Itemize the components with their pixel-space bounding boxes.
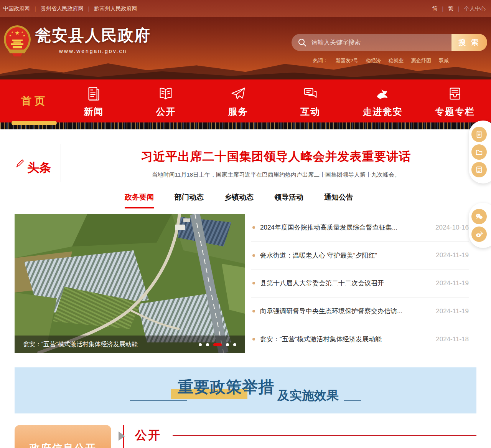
report-icon[interactable] [471, 162, 487, 177]
news-list: 2024年度国务院推动高质量发展综合督查征集... 2024-10-16 瓮水街… [251, 214, 476, 353]
separator: ｜ [86, 5, 92, 12]
arrow-right-icon [119, 431, 125, 441]
main-nav: 首页 新闻 公开 服务 互动 走进瓮安 专题专栏 [0, 79, 491, 122]
site-logo[interactable]: ★ ★ ★ ★ ★ 瓮安县人民政府 www.wengan.gov.cn [3, 25, 151, 56]
bullet-dot [252, 226, 255, 229]
carousel-caption-text: 瓮安：“五营”模式激活村集体经济发展动能 [23, 341, 138, 349]
photo-carousel[interactable]: 瓮安：“五营”模式激活村集体经济发展动能 [15, 214, 245, 353]
news-title: 2024年度国务院推动高质量发展综合督查征集... [260, 223, 431, 232]
open-section-heading: 公开 [135, 427, 161, 443]
headline-title[interactable]: 习近平出席二十国集团领导人峰会并发表重要讲话 [61, 149, 491, 165]
lang-simplified[interactable]: 简 [432, 5, 438, 12]
news-title: 县第十八届人大常委会第二十二次会议召开 [260, 279, 431, 288]
search-input[interactable] [307, 34, 451, 51]
site-title: 瓮安县人民政府 [35, 25, 151, 46]
carousel-dot-1[interactable] [199, 343, 202, 346]
hotword[interactable]: 稳就业 [389, 57, 404, 64]
nav-label: 走进瓮安 [362, 106, 402, 118]
chat-bubbles-icon [302, 85, 319, 102]
open-section: 政府信息公开 公开 [15, 425, 476, 448]
nav-home-label: 首页 [21, 94, 48, 108]
floating-social-panel [469, 203, 491, 248]
nav-item-news[interactable]: 新闻 [58, 79, 130, 122]
link-qiannan-gov[interactable]: 黔南州人民政府网 [94, 5, 137, 12]
weibo-icon[interactable] [471, 226, 487, 242]
nav-label: 互动 [300, 106, 320, 118]
paper-plane-icon [229, 85, 247, 102]
news-tabs: 政务要闻 部门动态 乡镇动态 领导活动 通知公告 [125, 192, 491, 208]
active-nav-underline [12, 121, 57, 125]
headline-subtitle: 当地时间11月18日上午，国家主席习近平在巴西里约热内卢出席二十国集团领导人第十… [61, 171, 491, 179]
news-date: 2024-11-19 [436, 279, 469, 287]
nav-item-services[interactable]: 服务 [202, 79, 274, 122]
tab-township-news[interactable]: 乡镇动态 [224, 192, 254, 208]
news-date: 2024-11-19 [436, 251, 469, 259]
news-row[interactable]: 向承强调研督导中央生态环境保护督察交办信访... 2024-11-19 [251, 298, 469, 326]
news-title: 瓮安：“五营”模式激活村集体经济发展动能 [260, 335, 431, 344]
bullet-dot [252, 254, 255, 257]
pen-icon [15, 158, 25, 170]
hotword[interactable]: 惠企纾困 [411, 57, 431, 64]
top-utility-bar: 中国政府网 ｜ 贵州省人民政府网 ｜ 黔南州人民政府网 简 ｜ 繁 ｜ 个人中心 [0, 0, 491, 17]
svg-text:★: ★ [9, 34, 12, 37]
banner-title-sub: 及实施效果 [277, 387, 339, 404]
headline-section: 头条 习近平出席二十国集团领导人峰会并发表重要讲话 当地时间11月18日上午，国… [0, 129, 491, 182]
search-icon [298, 38, 307, 47]
svg-text:★: ★ [21, 31, 23, 33]
carousel-dots [199, 343, 236, 346]
search-button[interactable]: 搜 索 [451, 34, 487, 51]
news-row[interactable]: 2024年度国务院推动高质量发展综合督查征集... 2024-10-16 [251, 214, 469, 242]
news-date: 2024-10-16 [435, 224, 469, 231]
nav-item-about-wengan[interactable]: 走进瓮安 [346, 79, 419, 122]
tab-notices[interactable]: 通知公告 [324, 192, 353, 208]
link-china-gov[interactable]: 中国政府网 [3, 5, 30, 12]
lang-traditional[interactable]: 繁 [448, 5, 453, 12]
national-emblem-icon: ★ ★ ★ ★ ★ [3, 25, 31, 56]
bird-icon [374, 85, 391, 102]
nav-label: 公开 [156, 106, 176, 118]
nav-item-interaction[interactable]: 互动 [274, 79, 346, 122]
nav-item-home[interactable]: 首页 [12, 79, 58, 122]
file-icon[interactable] [471, 127, 487, 142]
aerial-farmland-photo [15, 214, 245, 353]
nav-item-open[interactable]: 公开 [130, 79, 202, 122]
newspaper-icon [85, 85, 102, 102]
news-row[interactable]: 瓮水街道：温暖老人心 守护最美“夕阳红” 2024-11-19 [251, 242, 469, 270]
carousel-dot-3-active[interactable] [213, 343, 222, 346]
carousel-dot-2[interactable] [206, 343, 209, 346]
news-title: 瓮水街道：温暖老人心 守护最美“夕阳红” [260, 251, 431, 260]
nav-label: 新闻 [84, 106, 104, 118]
site-url: www.wengan.gov.cn [35, 48, 151, 54]
banner-line-right [344, 400, 361, 401]
svg-text:★: ★ [11, 31, 13, 33]
banner-line-left [130, 400, 187, 401]
headline-badge: 头条 [15, 143, 61, 182]
link-guizhou-gov[interactable]: 贵州省人民政府网 [41, 5, 84, 12]
wechat-icon[interactable] [471, 209, 487, 224]
carousel-dot-4[interactable] [226, 343, 229, 346]
tab-department-news[interactable]: 部门动态 [175, 192, 204, 208]
nav-item-special-topics[interactable]: 专题专栏 [419, 79, 491, 122]
nav-label: 服务 [228, 106, 248, 118]
svg-text:★: ★ [23, 34, 25, 37]
bullet-dot [252, 338, 255, 341]
government-info-disclosure-button[interactable]: 政府信息公开 [15, 425, 111, 448]
hotword[interactable]: 新国发2号 [336, 57, 358, 64]
tab-leader-activities[interactable]: 领导活动 [274, 192, 303, 208]
news-date: 2024-11-18 [436, 336, 469, 343]
news-row[interactable]: 县第十八届人大常委会第二十二次会议召开 2024-11-19 [251, 269, 469, 298]
svg-text:★: ★ [15, 30, 20, 36]
nav-label: 专题专栏 [435, 106, 475, 118]
news-date: 2024-11-19 [436, 307, 469, 315]
folder-icon[interactable] [471, 144, 487, 160]
policy-banner[interactable]: 重要政策举措 及实施效果 [15, 367, 476, 413]
carousel-dot-5[interactable] [233, 343, 236, 346]
hotword[interactable]: 稳经济 [366, 57, 381, 64]
separator: ｜ [456, 5, 461, 12]
personal-center-link[interactable]: 个人中心 [464, 5, 486, 12]
open-book-icon [157, 85, 175, 102]
tab-government-news[interactable]: 政务要闻 [125, 192, 154, 208]
hotword[interactable]: 双减 [439, 57, 449, 64]
bullet-dot [252, 310, 255, 312]
news-row[interactable]: 瓮安：“五营”模式激活村集体经济发展动能 2024-11-18 [251, 325, 469, 353]
